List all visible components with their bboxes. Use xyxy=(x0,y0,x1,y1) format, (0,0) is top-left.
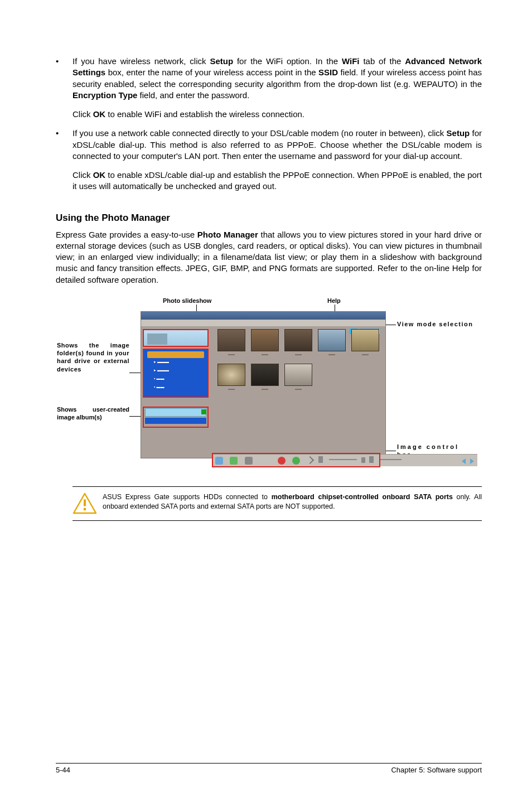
label-image-folders: Shows the image folder(s) found in your … xyxy=(57,341,129,373)
page-footer: 5-44 Chapter 5: Software support xyxy=(56,763,482,774)
footer-page-number: 5-44 xyxy=(56,766,70,774)
label-photo-slideshow: Photo slideshow xyxy=(163,297,211,305)
label-help: Help xyxy=(327,297,341,305)
bullet-marker: • xyxy=(56,128,72,162)
heading-photo-manager: Using the Photo Manager xyxy=(56,212,482,224)
footer-chapter: Chapter 5: Software support xyxy=(391,766,482,774)
svg-point-2 xyxy=(84,508,86,510)
caution-icon xyxy=(72,492,97,515)
note-box: ASUS Express Gate supports HDDs connecte… xyxy=(72,486,482,521)
photo-manager-figure: Photo slideshow Help View mode selection… xyxy=(57,297,481,470)
label-view-mode: View mode selection xyxy=(397,320,475,328)
svg-rect-1 xyxy=(84,499,86,506)
redbox-control-bar xyxy=(212,453,380,467)
body-paragraph: Express Gate provides a easy-to-use Phot… xyxy=(56,229,482,286)
note-text: ASUS Express Gate supports HDDs connecte… xyxy=(103,492,482,511)
bullet-subtext: Click OK to enable WiFi and establish th… xyxy=(72,109,482,120)
bullet-subtext: Click OK to enable xDSL/cable dial-up an… xyxy=(72,170,482,192)
redbox-folders xyxy=(143,349,209,398)
bullet-text: If you have wireless network, click Setu… xyxy=(72,56,482,101)
redbox-header xyxy=(143,329,209,347)
label-user-albums: Shows user-created image album(s) xyxy=(57,405,129,422)
redbox-albums xyxy=(143,407,209,428)
bullet-item: •If you have wireless network, click Set… xyxy=(56,56,482,101)
bullet-marker: • xyxy=(56,56,72,101)
bullet-text: If you use a network cable connected dir… xyxy=(72,128,482,162)
bullet-item: •If you use a network cable connected di… xyxy=(56,128,482,162)
